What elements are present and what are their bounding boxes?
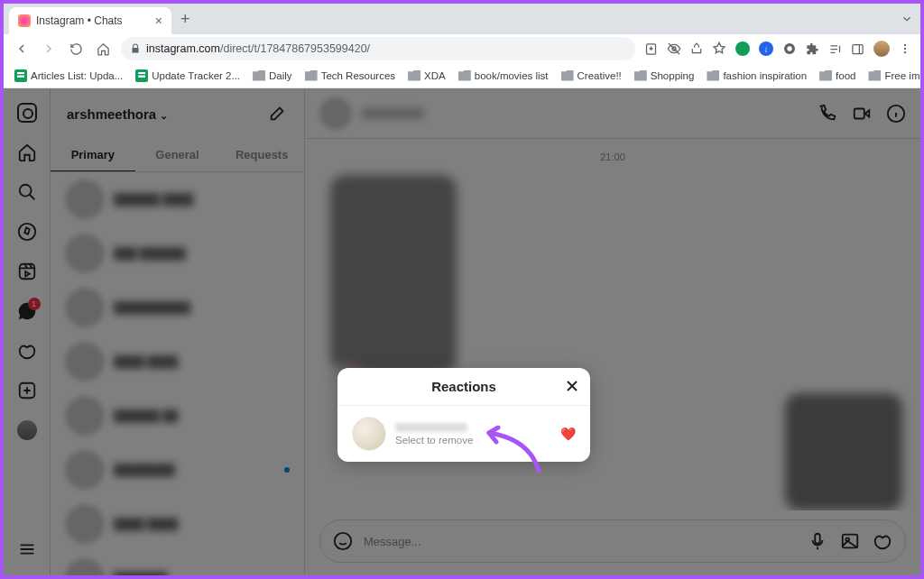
install-app-icon[interactable]: [644, 42, 658, 56]
forward-button[interactable]: [40, 41, 58, 56]
svg-point-3: [787, 46, 791, 51]
bookmark-item[interactable]: Shopping: [634, 70, 695, 81]
folder-icon: [458, 70, 471, 81]
modal-title: Reactions: [431, 379, 496, 394]
home-button[interactable]: [94, 42, 112, 56]
bookmark-item[interactable]: XDA: [408, 70, 446, 81]
eye-off-icon[interactable]: [667, 41, 681, 56]
url-path: /direct/t/17847867953599420/: [220, 42, 370, 55]
url-host: instagram.com: [146, 42, 220, 55]
share-icon[interactable]: [690, 42, 703, 55]
instagram-favicon: [18, 14, 31, 27]
profile-avatar-icon[interactable]: [873, 41, 890, 57]
folder-icon: [253, 70, 265, 81]
browser-tab[interactable]: Instagram • Chats ×: [9, 7, 171, 34]
bookmark-item[interactable]: food: [819, 70, 855, 81]
reactions-modal: Reactions Select to remove ❤️: [337, 368, 590, 462]
svg-point-6: [904, 48, 906, 50]
svg-point-5: [904, 44, 906, 46]
folder-icon: [707, 70, 719, 81]
folder-icon: [868, 70, 881, 81]
extensions-puzzle-icon[interactable]: [806, 42, 819, 56]
extension-camera-icon[interactable]: [782, 41, 797, 56]
browser-menu-icon[interactable]: [899, 42, 911, 55]
bookmark-star-icon[interactable]: [712, 41, 726, 56]
back-button[interactable]: [13, 41, 31, 56]
bookmark-item[interactable]: Update Tracker 2...: [135, 69, 240, 82]
reload-button[interactable]: [67, 42, 85, 56]
reaction-username: [395, 423, 467, 432]
bookmark-item[interactable]: Tech Resources: [305, 70, 395, 81]
heart-icon: ❤️: [560, 427, 576, 441]
folder-icon: [408, 70, 420, 81]
modal-backdrop[interactable]: [4, 88, 920, 575]
extension-green-icon[interactable]: [735, 41, 750, 56]
extension-download-icon[interactable]: ↓: [759, 41, 773, 56]
sheets-icon: [135, 69, 148, 82]
side-panel-icon[interactable]: [851, 42, 864, 56]
reaction-subtext: Select to remove: [395, 435, 473, 446]
user-avatar: [352, 417, 386, 451]
folder-icon: [561, 70, 574, 81]
lock-icon: [130, 43, 141, 54]
svg-point-7: [904, 51, 906, 53]
bookmark-item[interactable]: fashion inspiration: [707, 70, 807, 81]
bookmark-item[interactable]: Creative!!: [561, 70, 622, 81]
bookmark-item[interactable]: Free images res: [868, 70, 924, 81]
close-tab-icon[interactable]: ×: [155, 14, 162, 28]
folder-icon: [819, 70, 832, 81]
new-tab-button[interactable]: +: [171, 10, 199, 29]
svg-rect-4: [853, 44, 863, 53]
folder-icon: [634, 70, 647, 81]
reaction-row[interactable]: Select to remove ❤️: [337, 406, 590, 462]
bookmark-item[interactable]: book/movies list: [458, 70, 549, 81]
folder-icon: [305, 70, 318, 81]
bookmarks-bar: Articles List: Upda... Update Tracker 2.…: [4, 63, 920, 88]
close-icon[interactable]: [563, 377, 581, 395]
browser-tab-bar: Instagram • Chats × +: [4, 4, 920, 34]
window-expand-icon[interactable]: [901, 13, 913, 25]
reading-list-icon[interactable]: [828, 42, 842, 56]
bookmark-item[interactable]: Articles List: Upda...: [14, 69, 123, 82]
sheets-icon: [14, 69, 27, 82]
bookmark-item[interactable]: Daily: [253, 70, 292, 81]
url-input[interactable]: instagram.com/direct/t/17847867953599420…: [121, 37, 635, 60]
tab-title: Instagram • Chats: [36, 14, 123, 27]
address-bar: instagram.com/direct/t/17847867953599420…: [4, 34, 920, 63]
